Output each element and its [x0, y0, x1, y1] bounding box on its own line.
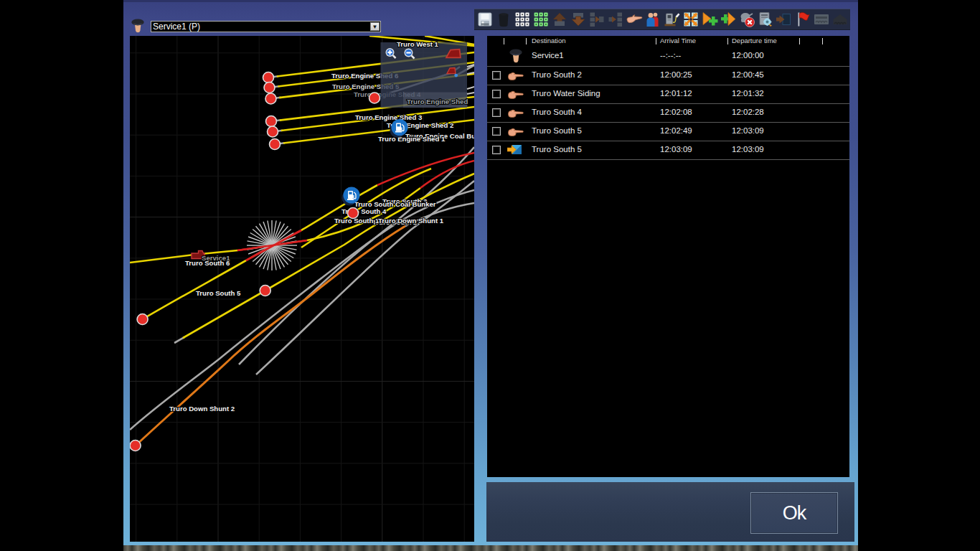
svg-text:Truro West 1: Truro West 1 — [397, 40, 439, 48]
svg-text:Truro South 1: Truro South 1 — [334, 217, 380, 225]
svg-text:Truro Engine Shed 3: Truro Engine Shed 3 — [355, 113, 422, 121]
svg-text:Truro South 5: Truro South 5 — [196, 289, 241, 297]
svg-text:Truro Down Shunt 1: Truro Down Shunt 1 — [378, 217, 444, 225]
svg-text:Truro Engine Shed: Truro Engine Shed — [407, 98, 468, 105]
svg-text:Truro Down Shunt 2: Truro Down Shunt 2 — [169, 405, 235, 413]
svg-text:Truro South 6: Truro South 6 — [185, 259, 230, 267]
svg-text:Truro Engine Shed 1: Truro Engine Shed 1 — [378, 135, 446, 143]
